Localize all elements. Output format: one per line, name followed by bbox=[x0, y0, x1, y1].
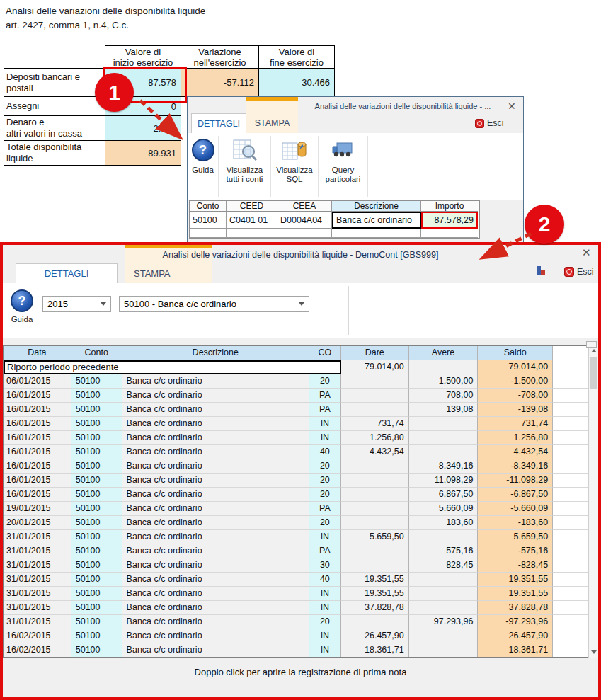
cell-co: IN bbox=[309, 601, 341, 615]
table-row[interactable]: 31/01/201550100Banca c/c ordinario4019.3… bbox=[4, 573, 588, 587]
truck-icon bbox=[331, 136, 356, 164]
query-particolari-button[interactable]: Query particolari bbox=[319, 133, 367, 200]
cell-date: 19/01/2015 bbox=[4, 502, 71, 516]
cell-description: Banca c/c ordinario bbox=[122, 544, 309, 558]
table-row[interactable]: 31/01/201550100Banca c/c ordinarioIN5.65… bbox=[4, 530, 588, 544]
cell-conto: 50100 bbox=[190, 212, 227, 229]
tab-dettagli[interactable]: DETTAGLI bbox=[16, 263, 118, 283]
cell-description: Banca c/c ordinario bbox=[122, 502, 309, 516]
table-row[interactable]: 16/01/201550100Banca c/c ordinarioIN1.25… bbox=[4, 431, 588, 445]
table-row[interactable]: 16/01/201550100Banca c/c ordinarioPA708,… bbox=[4, 389, 588, 403]
cell-account: 50100 bbox=[71, 544, 122, 558]
cell-date: 31/01/2015 bbox=[4, 530, 71, 544]
esci-button[interactable]: Esci bbox=[475, 118, 504, 128]
table-row[interactable]: 31/01/201550100Banca c/c ordinario30828,… bbox=[4, 558, 588, 573]
table-row-riporto[interactable]: Riporto periodo precedente 79.014,00 79.… bbox=[4, 360, 588, 374]
ledger-table: Data Conto Descrizione CO Dare Avere Sal… bbox=[3, 345, 588, 658]
cell-description: Banca c/c ordinario bbox=[122, 530, 309, 544]
table-row[interactable]: 31/01/201550100Banca c/c ordinarioPA575,… bbox=[4, 544, 588, 558]
table-row[interactable]: 31/01/201550100Banca c/c ordinario2097.2… bbox=[4, 615, 588, 629]
chart-icon[interactable] bbox=[535, 265, 546, 277]
cell-dare bbox=[341, 516, 409, 530]
summary-cell-depositi-fine[interactable]: 30.466 bbox=[258, 68, 335, 97]
summary-cell-depositi-variazione[interactable]: -57.112 bbox=[181, 68, 259, 97]
cell-co: 20 bbox=[309, 474, 341, 488]
table-row[interactable]: 20/01/201550100Banca c/c ordinario20183,… bbox=[4, 516, 588, 530]
visualizza-sql-button[interactable]: Visualizza SQL bbox=[271, 133, 318, 200]
toolbar-separator bbox=[556, 265, 556, 280]
cell-date: 06/01/2015 bbox=[4, 374, 71, 389]
table-row[interactable]: 31/01/201550100Banca c/c ordinarioIN37.8… bbox=[4, 601, 588, 615]
cell-avere: 6.867,50 bbox=[409, 488, 479, 502]
close-button[interactable]: ✕ bbox=[582, 248, 591, 258]
table-row[interactable]: 31/01/201550100Banca c/c ordinarioIN19.3… bbox=[4, 587, 588, 601]
summary-col-header-variazione: Variazione nell'esercizio bbox=[181, 45, 259, 69]
guida-button[interactable]: ? Guida bbox=[4, 285, 40, 324]
page-title-line1: Analisi delle variazioni delle disponibi… bbox=[6, 4, 205, 18]
col-header-ceea: CEEA bbox=[277, 201, 332, 212]
cell-saldo: -97.293,96 bbox=[478, 615, 553, 629]
table-row[interactable]: 50100 C0401 01 D0004A04 Banca c/c ordina… bbox=[190, 212, 479, 229]
account-select[interactable]: 50100 - Banca c/c ordinario bbox=[119, 296, 309, 312]
cell-saldo: 19.351,55 bbox=[478, 573, 553, 587]
table-row[interactable]: 16/02/201550100Banca c/c ordinarioIN26.4… bbox=[4, 629, 588, 643]
table-row[interactable]: 16/01/201550100Banca c/c ordinarioIN731,… bbox=[4, 417, 588, 431]
cell-dare bbox=[341, 558, 409, 573]
cell-description: Banca c/c ordinario bbox=[122, 643, 309, 658]
cell-account: 50100 bbox=[71, 474, 122, 488]
col-header-descrizione: Descrizione bbox=[332, 201, 421, 212]
cell-account: 50100 bbox=[71, 573, 122, 587]
cell-description: Banca c/c ordinario bbox=[122, 445, 309, 459]
cell-co: 40 bbox=[309, 445, 341, 459]
tab-stampa[interactable]: STAMPA bbox=[125, 263, 212, 283]
cell-account: 50100 bbox=[71, 516, 122, 530]
visualizza-tutti-i-conti-button[interactable]: Visualizza tutti i conti bbox=[219, 133, 270, 200]
toolbar-separator bbox=[348, 286, 349, 335]
column-options-button[interactable] bbox=[586, 341, 597, 348]
table-row[interactable]: 16/01/201550100Banca c/c ordinarioPA139,… bbox=[4, 403, 588, 417]
summary-row-label: Denaro e altri valori in cassa bbox=[4, 115, 105, 141]
tab-stampa[interactable]: STAMPA bbox=[246, 113, 298, 133]
cell-description: Banca c/c ordinario bbox=[122, 601, 309, 615]
table-row[interactable]: 16/01/201550100Banca c/c ordinario206.86… bbox=[4, 488, 588, 502]
cell-filler bbox=[553, 431, 588, 445]
tab-dettagli[interactable]: DETTAGLI bbox=[191, 113, 246, 134]
cell-dare: 19.351,55 bbox=[341, 587, 409, 601]
esci-button[interactable]: Esci bbox=[564, 267, 594, 277]
cell-avere: 828,45 bbox=[409, 558, 479, 573]
scroll-down-button[interactable] bbox=[589, 647, 599, 658]
cell-description: Banca c/c ordinario bbox=[122, 389, 309, 403]
table-row[interactable]: 16/01/201550100Banca c/c ordinario2011.0… bbox=[4, 474, 588, 488]
cell-saldo: 4.432,54 bbox=[478, 445, 553, 459]
scrollbar-thumb[interactable] bbox=[590, 357, 597, 389]
table-row[interactable]: 06/01/201550100Banca c/c ordinario201.50… bbox=[4, 374, 588, 389]
cell-filler bbox=[553, 587, 588, 601]
callout-badge-1: 1 bbox=[95, 73, 134, 112]
vertical-scrollbar[interactable] bbox=[588, 345, 598, 658]
cell-dare: 731,74 bbox=[341, 417, 409, 431]
table-row[interactable]: 16/01/201550100Banca c/c ordinario404.43… bbox=[4, 445, 588, 459]
table-row[interactable]: 19/01/201550100Banca c/c ordinarioPA5.66… bbox=[4, 502, 588, 516]
cell-description: Banca c/c ordinario bbox=[122, 488, 309, 502]
close-button[interactable]: ✕ bbox=[508, 101, 516, 111]
cell-co: PA bbox=[309, 544, 341, 558]
table-row[interactable]: 16/02/201550100Banca c/c ordinarioIN18.3… bbox=[4, 643, 588, 658]
cell-saldo: -5.660,09 bbox=[478, 502, 553, 516]
table-row[interactable]: 16/01/201550100Banca c/c ordinario208.34… bbox=[4, 459, 588, 474]
cell-co: IN bbox=[309, 629, 341, 643]
cell-account: 50100 bbox=[71, 445, 122, 459]
cell-account: 50100 bbox=[71, 615, 122, 629]
dialog-dettaglio-conti: Analisi delle variazioni delle disponibi… bbox=[187, 96, 524, 245]
year-select-value: 2015 bbox=[47, 299, 68, 309]
cell-saldo: -828,45 bbox=[478, 558, 553, 573]
guida-button[interactable]: ? Guida bbox=[188, 133, 218, 200]
cell-dare bbox=[341, 615, 409, 629]
cell-filler bbox=[553, 445, 588, 459]
cell-dare bbox=[341, 459, 409, 474]
page-title: Analisi delle variazioni delle disponibi… bbox=[6, 4, 205, 33]
cell-description: Banca c/c ordinario bbox=[122, 587, 309, 601]
year-select[interactable]: 2015 bbox=[42, 296, 111, 312]
cell-avere bbox=[409, 530, 479, 544]
cell-date: 31/01/2015 bbox=[4, 573, 71, 587]
cell-filler bbox=[553, 374, 588, 389]
